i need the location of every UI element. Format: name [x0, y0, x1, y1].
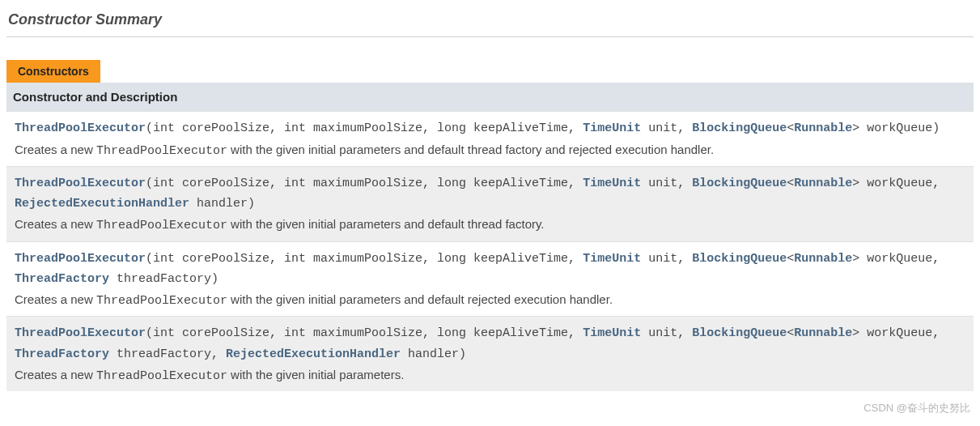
params-text: handler)	[401, 347, 466, 361]
params-text: > workQueue,	[852, 177, 940, 190]
class-ref: ThreadPoolExecutor	[96, 144, 227, 158]
type-link-blockingqueue[interactable]: BlockingQueue	[692, 121, 787, 135]
type-link-timeunit[interactable]: TimeUnit	[583, 121, 641, 135]
type-link-timeunit[interactable]: TimeUnit	[583, 252, 641, 266]
params-text: unit,	[641, 177, 692, 190]
class-ref: ThreadPoolExecutor	[96, 294, 227, 308]
desc-post: with the given initial parameters and de…	[227, 292, 613, 306]
params-text: > workQueue,	[852, 252, 940, 266]
table-row: ThreadPoolExecutor(int corePoolSize, int…	[6, 316, 974, 391]
type-link-timeunit[interactable]: TimeUnit	[583, 177, 641, 190]
params-text: (int corePoolSize, int maximumPoolSize, …	[146, 121, 583, 135]
params-text: > workQueue)	[852, 121, 940, 135]
constructor-signature: ThreadPoolExecutor(int corePoolSize, int…	[15, 117, 965, 138]
params-text: unit,	[641, 252, 692, 266]
params-text: (int corePoolSize, int maximumPoolSize, …	[146, 326, 583, 340]
constructor-name-link[interactable]: ThreadPoolExecutor	[15, 121, 146, 135]
constructor-signature: ThreadPoolExecutor(int corePoolSize, int…	[15, 322, 965, 364]
class-ref: ThreadPoolExecutor	[96, 219, 227, 232]
params-text: <	[787, 121, 794, 135]
desc-post: with the given initial parameters.	[227, 368, 404, 381]
params-text: <	[787, 252, 794, 266]
params-text: threadFactory)	[109, 272, 218, 286]
table-row: ThreadPoolExecutor(int corePoolSize, int…	[6, 241, 974, 317]
type-link-threadfactory[interactable]: ThreadFactory	[15, 347, 109, 361]
type-link-threadfactory[interactable]: ThreadFactory	[15, 272, 109, 286]
params-text: threadFactory,	[109, 347, 226, 361]
constructor-signature: ThreadPoolExecutor(int corePoolSize, int…	[15, 173, 965, 214]
constructors-table: Constructors Constructor and Description…	[6, 60, 974, 391]
type-link-runnable[interactable]: Runnable	[794, 252, 852, 266]
desc-pre: Creates a new	[15, 292, 96, 306]
type-link-blockingqueue[interactable]: BlockingQueue	[692, 326, 787, 340]
type-link-timeunit[interactable]: TimeUnit	[583, 326, 641, 340]
params-text: > workQueue,	[852, 326, 940, 340]
constructor-description: Creates a new ThreadPoolExecutor with th…	[15, 365, 965, 386]
params-text: <	[787, 326, 794, 340]
desc-pre: Creates a new	[15, 368, 96, 381]
section-title: Constructor Summary	[6, 6, 974, 37]
params-text: (int corePoolSize, int maximumPoolSize, …	[146, 177, 583, 190]
constructor-signature: ThreadPoolExecutor(int corePoolSize, int…	[15, 248, 965, 289]
desc-post: with the given initial parameters and de…	[227, 143, 714, 156]
table-header: Constructor and Description	[6, 83, 974, 111]
constructor-name-link[interactable]: ThreadPoolExecutor	[15, 177, 146, 190]
params-text: (int corePoolSize, int maximumPoolSize, …	[146, 252, 583, 266]
constructor-description: Creates a new ThreadPoolExecutor with th…	[15, 215, 965, 235]
params-text: unit,	[641, 121, 692, 135]
type-link-runnable[interactable]: Runnable	[794, 177, 852, 190]
type-link-runnable[interactable]: Runnable	[794, 121, 852, 135]
params-text: unit,	[641, 326, 692, 340]
params-text: <	[787, 177, 794, 190]
desc-pre: Creates a new	[15, 217, 96, 231]
type-link-runnable[interactable]: Runnable	[794, 326, 852, 340]
constructor-name-link[interactable]: ThreadPoolExecutor	[15, 252, 146, 266]
constructor-description: Creates a new ThreadPoolExecutor with th…	[15, 140, 965, 160]
table-row: ThreadPoolExecutor(int corePoolSize, int…	[6, 166, 974, 241]
constructor-description: Creates a new ThreadPoolExecutor with th…	[15, 290, 965, 310]
desc-post: with the given initial parameters and de…	[227, 217, 545, 231]
desc-pre: Creates a new	[15, 143, 96, 156]
type-link-rejectedexecutionhandler[interactable]: RejectedExecutionHandler	[15, 197, 189, 211]
type-link-blockingqueue[interactable]: BlockingQueue	[692, 252, 787, 266]
params-text: handler)	[189, 197, 255, 211]
type-link-rejectedexecutionhandler[interactable]: RejectedExecutionHandler	[226, 347, 401, 361]
class-ref: ThreadPoolExecutor	[96, 369, 227, 383]
table-row: ThreadPoolExecutor(int corePoolSize, int…	[6, 111, 974, 166]
type-link-blockingqueue[interactable]: BlockingQueue	[692, 177, 787, 190]
table-caption: Constructors	[6, 60, 100, 83]
constructor-name-link[interactable]: ThreadPoolExecutor	[15, 326, 146, 340]
